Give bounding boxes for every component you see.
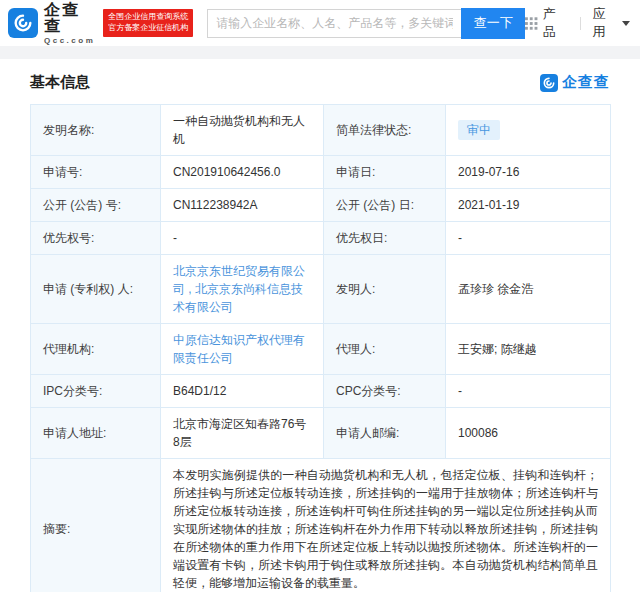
table-row: 申请人地址: 北京市海淀区知春路76号8层 申请人邮编: 100086 xyxy=(31,408,611,459)
basic-info-panel: 基本信息 企查查 发明名称: 一种自动抛货机构和无人机 简单法律状态: 审中 申… xyxy=(0,59,640,592)
priority-no-value: - xyxy=(161,222,324,255)
ipc-value: B64D1/12 xyxy=(161,375,324,408)
invention-name-value: 一种自动抛货机构和无人机 xyxy=(161,105,324,156)
application-date-value: 2019-07-16 xyxy=(446,156,611,189)
qcc-logo[interactable]: 企查查 Qcc.com xyxy=(8,2,95,45)
applicant-zipcode-label: 申请人邮编: xyxy=(324,408,446,459)
search-input[interactable] xyxy=(207,9,461,38)
applicants-label: 申请 (专利权) 人: xyxy=(31,255,161,324)
header-separator xyxy=(0,46,640,59)
cpc-label: CPC分类号: xyxy=(324,375,446,408)
priority-date-label: 优先权日: xyxy=(324,222,446,255)
official-credit-banner: 全国企业信用查询系统 官方备案企业征信机构 xyxy=(103,9,193,37)
agents-value: 王安娜; 陈继越 xyxy=(446,324,611,375)
qcc-logo-name: 企查查 xyxy=(44,2,95,34)
application-no-label: 申请号: xyxy=(31,156,161,189)
qcc-watermark: 企查查 xyxy=(540,73,610,92)
search-button[interactable]: 查一下 xyxy=(461,8,525,39)
qcc-watermark-icon xyxy=(540,74,558,92)
patent-info-table: 发明名称: 一种自动抛货机构和无人机 简单法律状态: 审中 申请号: CN201… xyxy=(30,104,611,592)
agency-link[interactable]: 中原信达知识产权代理有限责任公司 xyxy=(173,333,305,365)
publication-date-label: 公开 (公告) 日: xyxy=(324,189,446,222)
priority-no-label: 优先权号: xyxy=(31,222,161,255)
banner-line-2: 官方备案企业征信机构 xyxy=(108,23,188,34)
agents-label: 代理人: xyxy=(324,324,446,375)
ipc-label: IPC分类号: xyxy=(31,375,161,408)
section-title: 基本信息 xyxy=(30,73,90,92)
priority-date-value: - xyxy=(446,222,611,255)
publication-no-label: 公开 (公告) 号: xyxy=(31,189,161,222)
table-row: 申请号: CN201910642456.0 申请日: 2019-07-16 xyxy=(31,156,611,189)
cpc-value: - xyxy=(446,375,611,408)
banner-line-1: 全国企业信用查询系统 xyxy=(108,12,188,23)
applicant-address-label: 申请人地址: xyxy=(31,408,161,459)
applicants-value: 北京京东世纪贸易有限公司 , 北京京东尚科信息技术有限公司 xyxy=(161,255,324,324)
nav-apps-label: 应用 xyxy=(593,5,617,41)
status-badge: 审中 xyxy=(458,120,500,140)
nav-products-label: 产品 xyxy=(543,5,568,41)
nav-divider xyxy=(580,17,581,30)
application-date-label: 申请日: xyxy=(324,156,446,189)
table-row: 发明名称: 一种自动抛货机构和无人机 简单法律状态: 审中 xyxy=(31,105,611,156)
agency-value: 中原信达知识产权代理有限责任公司 xyxy=(161,324,324,375)
applicant-separator: , xyxy=(185,282,195,296)
qcc-logo-domain: Qcc.com xyxy=(44,37,95,45)
publication-date-value: 2021-01-19 xyxy=(446,189,611,222)
table-row: 代理机构: 中原信达知识产权代理有限责任公司 代理人: 王安娜; 陈继越 xyxy=(31,324,611,375)
qcc-watermark-text: 企查查 xyxy=(562,73,610,92)
simple-legal-state-label: 简单法律状态: xyxy=(324,105,446,156)
inventors-value: 孟珍珍 徐金浩 xyxy=(446,255,611,324)
applicant-address-value: 北京市海淀区知春路76号8层 xyxy=(161,408,324,459)
inventors-label: 发明人: xyxy=(324,255,446,324)
publication-no-value: CN112238942A xyxy=(161,189,324,222)
qcc-logo-icon xyxy=(8,8,38,38)
table-row: 摘要: 本发明实施例提供的一种自动抛货机构和无人机，包括定位板、挂钩和连钩杆；所… xyxy=(31,459,611,592)
nav-apps[interactable]: 应用 xyxy=(593,5,630,41)
nav-products[interactable]: 产品 xyxy=(525,5,567,41)
table-row: 公开 (公告) 号: CN112238942A 公开 (公告) 日: 2021-… xyxy=(31,189,611,222)
top-header: 企查查 Qcc.com 全国企业信用查询系统 官方备案企业征信机构 查一下 产品… xyxy=(0,0,640,46)
chevron-down-icon xyxy=(622,21,630,26)
abstract-label: 摘要: xyxy=(31,459,161,592)
grid-icon xyxy=(525,17,537,30)
invention-name-label: 发明名称: xyxy=(31,105,161,156)
table-row: 申请 (专利权) 人: 北京京东世纪贸易有限公司 , 北京京东尚科信息技术有限公… xyxy=(31,255,611,324)
abstract-text: 本发明实施例提供的一种自动抛货机构和无人机，包括定位板、挂钩和连钩杆；所述挂钩与… xyxy=(161,459,611,592)
table-row: IPC分类号: B64D1/12 CPC分类号: - xyxy=(31,375,611,408)
table-row: 优先权号: - 优先权日: - xyxy=(31,222,611,255)
agency-label: 代理机构: xyxy=(31,324,161,375)
applicant-zipcode-value: 100086 xyxy=(446,408,611,459)
application-no-value: CN201910642456.0 xyxy=(161,156,324,189)
